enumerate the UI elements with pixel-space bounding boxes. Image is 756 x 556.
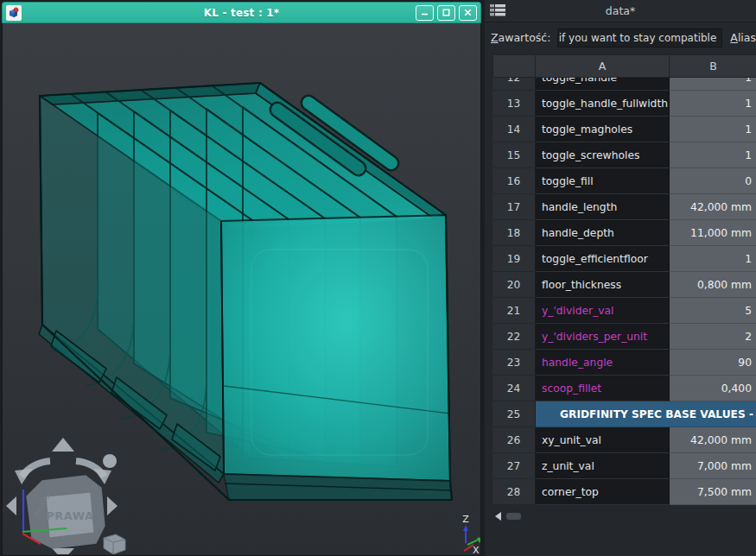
3d-view-titlebar[interactable]: KL - test : 1*: [2, 2, 481, 23]
scroll-left-arrow-icon[interactable]: [495, 512, 501, 521]
cell-b-12[interactable]: 1: [670, 78, 756, 91]
cell-a-15[interactable]: toggle_screwholes: [536, 142, 670, 168]
freecad-mdi-area: KL - test : 1*: [0, 0, 756, 556]
row-header-21[interactable]: 21: [492, 298, 536, 324]
table-row: 17handle_length42,000 mm: [492, 194, 756, 220]
cell-content-input[interactable]: ge if you want to stay compatible: [557, 28, 722, 47]
gridfinity-bin: [39, 83, 452, 500]
row-header-27[interactable]: 27: [492, 453, 536, 479]
cell-a-16[interactable]: toggle_fill: [536, 168, 670, 194]
cell-a-24[interactable]: scoop_fillet: [536, 376, 670, 401]
nav-arrow-up: [52, 438, 74, 452]
nav-arrow-left: [6, 496, 16, 515]
cell-a-13[interactable]: toggle_handle_fullwidth: [536, 91, 670, 117]
cell-b-24[interactable]: 0,400: [670, 376, 756, 401]
cell-b-22[interactable]: 2: [670, 324, 756, 350]
column-header-a[interactable]: A: [536, 54, 670, 78]
row-header-26[interactable]: 26: [492, 427, 536, 453]
close-button[interactable]: [459, 5, 477, 21]
3d-view-title: KL - test : 1*: [3, 7, 480, 19]
axis-indicator: Z Y X: [462, 514, 480, 554]
row-header-15[interactable]: 15: [492, 142, 536, 168]
spreadsheet-window: data* Zawartość: ge if you want to stay …: [485, 0, 756, 556]
cell-b-13[interactable]: 1: [670, 91, 756, 117]
row-header-17[interactable]: 17: [492, 194, 536, 220]
row-header-13[interactable]: 13: [492, 91, 536, 117]
row-header-19[interactable]: 19: [492, 246, 536, 272]
table-row: 14toggle_magholes1: [492, 117, 756, 142]
cell-a-27[interactable]: z_unit_val: [536, 453, 670, 479]
cell-a-20[interactable]: floor_thickness: [536, 272, 670, 298]
table-row: 15toggle_screwholes1: [492, 142, 756, 168]
content-label: Zawartość:: [491, 31, 550, 44]
3d-viewport[interactable]: PRAWA PRZÓD GÓRA: [2, 23, 481, 556]
isometric-view-cube[interactable]: [104, 534, 125, 554]
table-row: 25GRIDFINITY SPEC BASE VALUES - Don't c: [492, 401, 756, 427]
spreadsheet-title: data*: [485, 4, 756, 17]
cell-a-28[interactable]: corner_top: [536, 479, 670, 505]
cell-a-17[interactable]: handle_length: [536, 194, 670, 220]
corner-header-cell[interactable]: [492, 54, 536, 78]
column-header-b[interactable]: B: [670, 54, 756, 78]
cell-b-15[interactable]: 1: [670, 142, 756, 168]
cell-b-14[interactable]: 1: [670, 117, 756, 142]
minimize-button[interactable]: [416, 5, 434, 21]
cell-b-26[interactable]: 42,000 mm: [670, 427, 756, 453]
row-header-20[interactable]: 20: [492, 272, 536, 298]
cell-b-20[interactable]: 0,800 mm: [670, 272, 756, 298]
table-row: 26xy_unit_val42,000 mm: [492, 427, 756, 453]
nav-menu-dot: [103, 454, 117, 468]
cell-b-27[interactable]: 7,000 mm: [670, 453, 756, 479]
cell-a-26[interactable]: xy_unit_val: [536, 427, 670, 453]
table-row: 20floor_thickness0,800 mm: [492, 272, 756, 298]
cell-a-18[interactable]: handle_depth: [536, 220, 670, 246]
cell-b-17[interactable]: 42,000 mm: [670, 194, 756, 220]
axis-x-label: X: [473, 545, 480, 554]
gridfinity-model-render: PRAWA PRZÓD GÓRA: [3, 23, 480, 554]
scrollbar-thumb[interactable]: [506, 513, 521, 520]
cell-a-21[interactable]: y_'divider_val: [536, 298, 670, 324]
horizontal-scrollbar[interactable]: [495, 511, 746, 521]
cell-b-28[interactable]: 7,500 mm: [670, 479, 756, 505]
row-header-23[interactable]: 23: [492, 350, 536, 376]
cell-a-22[interactable]: y_'dividers_per_unit: [536, 324, 670, 350]
cell-a-19[interactable]: toggle_efficientfloor: [536, 246, 670, 272]
row-header-14[interactable]: 14: [492, 117, 536, 142]
maximize-button[interactable]: [437, 5, 455, 21]
cell-a-23[interactable]: handle_angle: [536, 350, 670, 376]
freecad-document-icon: [6, 5, 22, 21]
table-row: 28corner_top7,500 mm: [492, 479, 756, 505]
table-row: 18handle_depth11,000 mm: [492, 220, 756, 246]
table-row: 16toggle_fill0: [492, 168, 756, 194]
row-header-25[interactable]: 25: [492, 401, 536, 427]
spreadsheet-toolbar: Zawartość: ge if you want to stay compat…: [485, 23, 756, 52]
cell-b-23[interactable]: 90: [670, 350, 756, 376]
row-header-22[interactable]: 22: [492, 324, 536, 350]
row-header-24[interactable]: 24: [492, 376, 536, 401]
table-row: 12toggle_handle1: [492, 78, 756, 91]
table-row: 24scoop_fillet0,400: [492, 376, 756, 401]
row-header-18[interactable]: 18: [492, 220, 536, 246]
nav-arrow-right: [107, 496, 118, 515]
cell-b-19[interactable]: 1: [670, 246, 756, 272]
cell-b-21[interactable]: 5: [670, 298, 756, 324]
row-header-16[interactable]: 16: [492, 168, 536, 194]
spreadsheet-grid: A B 12toggle_handle113toggle_handle_full…: [492, 54, 756, 505]
spreadsheet-titlebar[interactable]: data*: [485, 0, 756, 22]
cell-a-12[interactable]: toggle_handle: [536, 78, 670, 91]
cell-a-14[interactable]: toggle_magholes: [536, 117, 670, 142]
nav-arrow-down: [52, 548, 74, 554]
alias-label: Alias: [730, 31, 756, 44]
cell-b-16[interactable]: 0: [670, 168, 756, 194]
row-header-28[interactable]: 28: [492, 479, 536, 505]
table-row: 22y_'dividers_per_unit2: [492, 324, 756, 350]
table-row: 13toggle_handle_fullwidth1: [492, 91, 756, 117]
cell-b-18[interactable]: 11,000 mm: [670, 220, 756, 246]
section-title-cell[interactable]: GRIDFINITY SPEC BASE VALUES - Don't c: [536, 401, 756, 427]
table-row: 21y_'divider_val5: [492, 298, 756, 324]
table-row: 27z_unit_val7,000 mm: [492, 453, 756, 479]
navcube-right-label[interactable]: PRAWA: [46, 509, 93, 522]
table-row: 23handle_angle90: [492, 350, 756, 376]
row-header-12[interactable]: 12: [492, 78, 536, 91]
axis-z-label: Z: [462, 514, 469, 525]
